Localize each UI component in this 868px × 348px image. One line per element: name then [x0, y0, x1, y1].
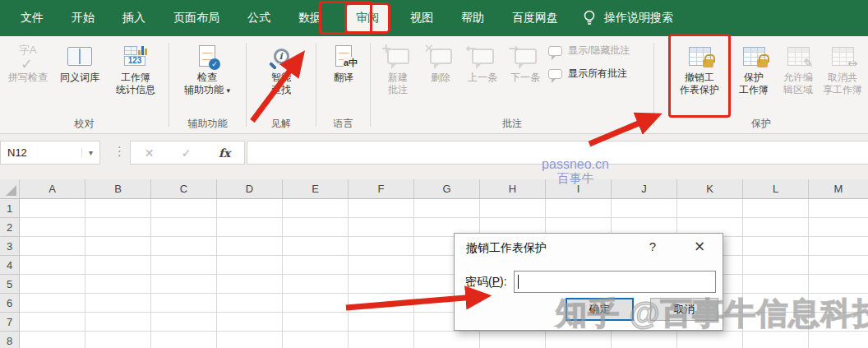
smart-lookup-label-2: 查找	[271, 84, 291, 96]
tab-baidu-netdisk[interactable]: 百度网盘	[504, 6, 566, 30]
protect-workbook-button[interactable]: 保护 工作簿	[733, 41, 774, 96]
confirm-entry-icon[interactable]: ✓	[182, 146, 192, 160]
lock-icon	[757, 59, 768, 67]
protect-workbook-label-2: 工作簿	[739, 84, 769, 96]
unshare-workbook-label-1: 取消共	[828, 72, 857, 84]
next-comment-icon: →	[515, 41, 537, 71]
formula-bar-row: N12 ▾ ⋮ ✕ ✓ fx	[0, 134, 868, 179]
group-label-accessibility: 辅助功能	[169, 117, 246, 131]
tell-me-label: 操作说明搜索	[604, 11, 673, 26]
thesaurus-label: 同义词库	[60, 72, 99, 84]
unshare-workbook-label-2: 享工作簿	[823, 84, 862, 96]
formula-bar-controls: ✕ ✓ fx	[130, 141, 245, 165]
column-header[interactable]: M	[809, 179, 868, 198]
show-all-comments-button[interactable]: 显示所有批注	[548, 67, 627, 80]
watermark-credit: 知乎 @百事牛信息科技	[556, 293, 868, 335]
workbook-stats-button[interactable]: 123 工作簿 统计信息	[108, 41, 163, 96]
spell-check-button[interactable]: 字A✓ 拼写检查	[5, 41, 51, 84]
select-all-corner[interactable]	[0, 179, 20, 198]
smart-lookup-button[interactable]: i 智能 查找	[261, 41, 301, 96]
thesaurus-icon	[67, 41, 92, 71]
tab-insert[interactable]: 插入	[114, 6, 154, 30]
group-label-protection: 保护	[654, 117, 868, 131]
thesaurus-button[interactable]: 同义词库	[53, 41, 107, 84]
cancel-entry-icon[interactable]: ✕	[145, 146, 155, 160]
unprotect-sheet-label-2: 作表保护	[680, 84, 719, 96]
dialog-titlebar[interactable]: 撤销工作表保护 ? ×	[455, 234, 723, 260]
tab-data[interactable]: 数据	[290, 6, 330, 30]
close-icon[interactable]: ×	[686, 238, 713, 254]
password-label: 密码(P):	[465, 275, 507, 290]
tab-review[interactable]: 审阅	[344, 2, 390, 34]
new-comment-label-1: 新建	[388, 72, 408, 84]
column-header[interactable]: A	[20, 179, 85, 198]
new-comment-label-2: 批注	[388, 84, 408, 96]
column-header[interactable]: F	[349, 179, 414, 198]
row-header[interactable]: 7	[0, 313, 19, 332]
unprotect-sheet-button[interactable]: 撤销工 作表保护	[674, 41, 725, 96]
new-comment-button[interactable]: + 新建 批注	[377, 41, 418, 96]
group-protection: 撤销工 作表保护 保护 工作簿 ✎ 允许编 辑区域 ↔ 取消共 享工作簿 保护	[654, 36, 868, 134]
column-header[interactable]: K	[677, 179, 743, 198]
password-field[interactable]	[514, 271, 716, 293]
group-label-proofing: 校对	[0, 117, 169, 131]
protect-workbook-icon	[743, 41, 765, 71]
pencil-icon: ✎	[803, 58, 814, 70]
name-box-dropdown-icon[interactable]: ▾	[81, 148, 99, 157]
row-header[interactable]: 8	[0, 332, 19, 348]
row-header[interactable]: 4	[0, 256, 19, 275]
group-label-comments: 批注	[371, 117, 653, 131]
show-hide-comment-button[interactable]: 显示/隐藏批注	[548, 44, 630, 57]
column-headers: A B C D E F G H I J K L M	[0, 179, 868, 199]
check-accessibility-button[interactable]: ✓ 检查 辅助功能 ▾	[178, 41, 237, 97]
row-header[interactable]: 6	[0, 294, 19, 313]
delete-comment-button[interactable]: ✕ 删除	[422, 41, 459, 84]
tab-file[interactable]: 文件	[12, 6, 52, 30]
previous-comment-label: 上一条	[468, 72, 497, 84]
lightbulb-icon	[583, 10, 596, 26]
tab-view[interactable]: 视图	[402, 6, 441, 30]
allow-edit-ranges-icon: ✎	[787, 41, 810, 71]
translate-button[interactable]: a中 翻译	[324, 41, 363, 84]
formula-bar-drag-handle[interactable]: ⋮	[113, 144, 126, 159]
dialog-help-button[interactable]: ?	[642, 239, 663, 253]
show-hide-comment-icon	[548, 46, 562, 56]
column-header[interactable]: L	[743, 179, 809, 198]
check-accessibility-label-1: 检查	[197, 72, 217, 84]
column-header[interactable]: D	[217, 179, 283, 198]
allow-edit-ranges-button[interactable]: ✎ 允许编 辑区域	[776, 41, 820, 96]
allow-edit-ranges-label-1: 允许编	[783, 72, 813, 84]
group-language: a中 翻译 语言	[316, 36, 370, 134]
tab-page-layout[interactable]: 页面布局	[165, 6, 228, 30]
previous-comment-button[interactable]: ← 上一条	[461, 41, 504, 84]
delete-comment-label: 删除	[431, 72, 450, 84]
column-header[interactable]: G	[414, 179, 480, 198]
new-comment-icon: +	[387, 41, 409, 71]
watermark-passneo-line2: 百事牛	[510, 171, 641, 185]
tab-home[interactable]: 开始	[63, 6, 103, 30]
unshare-workbook-button[interactable]: ↔ 取消共 享工作簿	[820, 41, 865, 96]
workbook-stats-icon: 123	[124, 41, 147, 71]
group-comments: + 新建 批注 ✕ 删除 ← 上一条 → 下一条 显示/隐藏批注	[371, 36, 653, 134]
row-header[interactable]: 1	[0, 199, 19, 218]
row-header[interactable]: 3	[0, 237, 19, 256]
ribbon-review: 字A✓ 拼写检查 同义词库 123 工作簿 统计信息 校对 ✓	[0, 36, 868, 134]
column-header[interactable]: B	[85, 179, 151, 198]
check-accessibility-label-2: 辅助功能 ▾	[184, 84, 230, 97]
next-comment-button[interactable]: → 下一条	[504, 41, 547, 84]
translate-icon: a中	[335, 41, 352, 71]
group-label-language: 语言	[316, 117, 370, 131]
tab-help[interactable]: 帮助	[453, 6, 492, 30]
column-header[interactable]: E	[283, 179, 349, 198]
row-header[interactable]: 2	[0, 218, 19, 237]
title-bar: 文件 开始 插入 页面布局 公式 数据 审阅 视图 帮助 百度网盘 操作说明搜索	[0, 0, 868, 36]
unprotect-sheet-icon	[689, 41, 711, 71]
column-header[interactable]: C	[151, 179, 217, 198]
tab-formulas[interactable]: 公式	[239, 6, 279, 30]
protect-workbook-label-1: 保护	[744, 72, 764, 84]
row-header[interactable]: 5	[0, 275, 19, 294]
previous-comment-icon: ←	[472, 41, 494, 71]
insert-function-icon[interactable]: fx	[219, 146, 230, 160]
name-box[interactable]: N12 ▾	[0, 141, 100, 165]
tell-me-search[interactable]: 操作说明搜索	[583, 10, 673, 26]
